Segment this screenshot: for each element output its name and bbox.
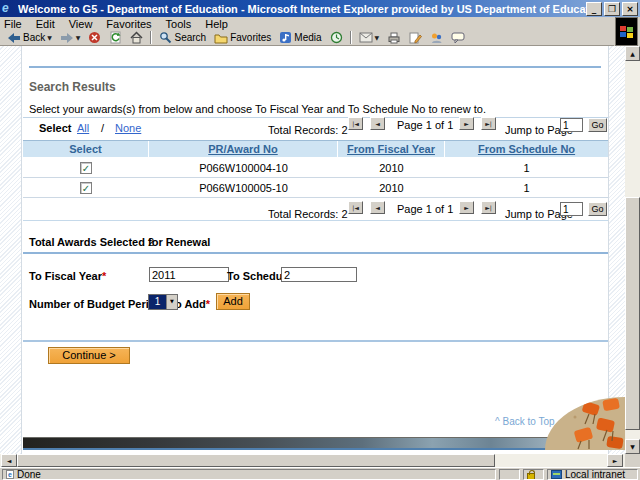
header-award-no-sort[interactable]: PR/Award No [208, 143, 277, 155]
results-table: Select PR/Award No From Fiscal Year From… [23, 140, 608, 198]
add-button[interactable]: Add [216, 293, 250, 310]
forward-button[interactable]: ▼ [56, 30, 85, 45]
page-indicator: Page 1 of 1 [397, 203, 453, 215]
status-bar: e Done Local intranet [0, 467, 640, 480]
required-asterisk: * [102, 270, 106, 282]
next-page-button[interactable]: ► [459, 117, 474, 130]
mail-icon [359, 32, 373, 43]
ie-logo-icon: e [2, 2, 15, 15]
windows-logo-throbber [615, 17, 638, 46]
media-button[interactable]: Media [275, 30, 325, 45]
go-button[interactable]: Go [588, 202, 607, 216]
forward-caret-icon[interactable]: ▼ [76, 34, 81, 41]
messenger-button[interactable] [426, 30, 447, 45]
header-schedule-no-sort[interactable]: From Schedule No [478, 143, 575, 155]
menu-help[interactable]: Help [205, 18, 228, 30]
stop-button[interactable] [84, 30, 105, 45]
print-icon [387, 32, 401, 44]
header-fiscal-year-sort[interactable]: From Fiscal Year [347, 143, 435, 155]
scroll-up-icon[interactable]: ▲ [625, 46, 640, 61]
close-button[interactable]: × [622, 2, 638, 16]
menu-edit[interactable]: Edit [36, 18, 55, 30]
previous-page-button[interactable]: ◄ [370, 201, 385, 214]
status-panel-lock [523, 469, 544, 480]
first-page-button[interactable]: |◄ [348, 117, 363, 130]
to-schedule-no-input[interactable] [281, 267, 357, 282]
search-icon [159, 31, 172, 44]
next-page-button[interactable]: ► [459, 201, 474, 214]
menu-favorites[interactable]: Favorites [106, 18, 151, 30]
refresh-icon [109, 31, 122, 44]
first-page-button[interactable]: |◄ [348, 201, 363, 214]
chevron-down-icon[interactable]: ▼ [166, 295, 177, 309]
media-icon [279, 31, 292, 44]
back-button[interactable]: Back ▼ [3, 30, 56, 45]
scroll-down-icon[interactable]: ▼ [625, 439, 640, 454]
to-fiscal-year-label: To Fiscal Year* [29, 270, 106, 282]
last-page-button[interactable]: ►| [481, 117, 496, 130]
status-panel: e Done [2, 469, 496, 480]
select-award-checkbox[interactable]: ✓ [80, 162, 92, 174]
page-indicator: Page 1 of 1 [397, 119, 453, 131]
page-title: Search Results [29, 80, 116, 94]
document-icon: e [6, 470, 14, 479]
table-row: ✓ P066W100004-10 2010 1 [23, 158, 608, 178]
browser-viewport: Search Results Select your awards(s) fro… [0, 46, 625, 454]
to-fiscal-year-input[interactable] [149, 267, 229, 282]
award-no-cell: P066W100004-10 [149, 162, 338, 174]
table-header-row: Select PR/Award No From Fiscal Year From… [23, 140, 608, 158]
history-button[interactable] [326, 30, 347, 45]
jump-to-page-input[interactable] [560, 202, 583, 216]
security-zone-panel: Local intranet [547, 469, 638, 480]
budget-periods-label: Number of Budget Periods to Add* [29, 298, 210, 310]
last-page-button[interactable]: ►| [481, 201, 496, 214]
total-records-label: Total Records: [268, 124, 338, 136]
menu-view[interactable]: View [69, 18, 93, 30]
continue-button[interactable]: Continue > [48, 347, 130, 364]
edit-button[interactable] [405, 30, 426, 45]
discuss-icon [451, 32, 465, 44]
home-icon [130, 31, 143, 44]
horizontal-scrollbar-thumb[interactable] [17, 454, 495, 467]
favorites-button[interactable]: Favorites [210, 30, 275, 45]
home-button[interactable] [126, 30, 147, 45]
total-records: Total Records: 2 [268, 208, 348, 220]
mail-caret-icon[interactable]: ▼ [375, 34, 380, 41]
refresh-button[interactable] [105, 30, 126, 45]
scroll-right-icon[interactable]: ► [607, 454, 623, 467]
mail-button[interactable]: ▼ [355, 30, 384, 45]
schedule-no-cell: 1 [445, 182, 608, 194]
search-button[interactable]: Search [155, 30, 210, 45]
messenger-icon [430, 32, 443, 44]
previous-page-button[interactable]: ◄ [370, 117, 385, 130]
menu-bar: File Edit View Favorites Tools Help [0, 17, 614, 30]
print-button[interactable] [383, 30, 405, 45]
restore-button[interactable]: ❐ [604, 2, 620, 16]
scroll-left-icon[interactable]: ◄ [1, 454, 17, 467]
budget-periods-select[interactable]: 1 ▼ [148, 294, 178, 310]
status-text: Done [17, 469, 41, 480]
footer-bar [23, 437, 608, 448]
back-arrow-icon [7, 32, 21, 44]
back-caret-icon[interactable]: ▼ [47, 34, 52, 41]
vertical-scrollbar[interactable]: ▲ ▼ [625, 46, 640, 454]
favorites-folder-icon [214, 32, 228, 44]
favorites-label: Favorites [230, 32, 271, 43]
status-panel [499, 469, 520, 480]
search-label: Search [174, 32, 206, 43]
required-asterisk: * [206, 298, 210, 310]
vertical-scrollbar-thumb[interactable] [625, 197, 640, 430]
history-icon [330, 31, 343, 44]
table-row: ✓ P066W100005-10 2010 1 [23, 178, 608, 198]
page-content: Search Results Select your awards(s) fro… [23, 46, 608, 454]
menu-tools[interactable]: Tools [166, 18, 192, 30]
select-award-checkbox[interactable]: ✓ [80, 182, 92, 194]
go-button[interactable]: Go [588, 118, 607, 132]
minimize-button[interactable]: _ [586, 2, 602, 16]
menu-file[interactable]: File [4, 18, 22, 30]
jump-to-page-input[interactable] [560, 118, 583, 132]
discuss-button[interactable] [447, 30, 469, 45]
horizontal-scrollbar[interactable]: ◄ ► [0, 454, 625, 467]
back-label: Back [23, 32, 45, 43]
toolbar-divider [350, 31, 352, 44]
